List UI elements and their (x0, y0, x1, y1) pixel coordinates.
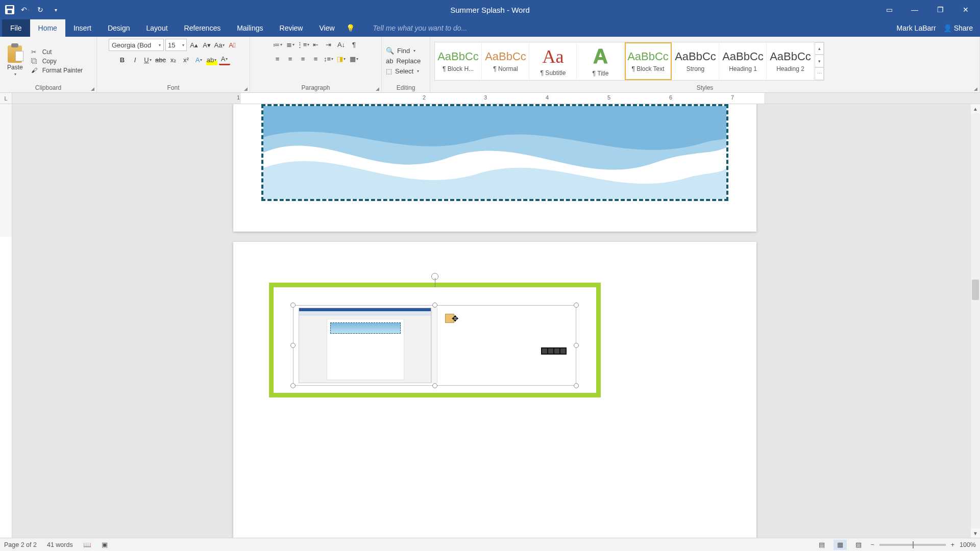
document-canvas[interactable]: ✥ ▲ ▼ ˄ (12, 104, 980, 538)
copy-button[interactable]: ⿻Copy (31, 58, 83, 65)
style-heading-1[interactable]: AaBbCcHeading 1 (720, 42, 767, 80)
undo-button[interactable]: ↶▾ (19, 4, 31, 15)
style-normal[interactable]: AaBbCc¶ Normal (482, 42, 529, 80)
style-title[interactable]: A¶ Title (577, 42, 624, 80)
decrease-indent-button[interactable]: ⇤ (310, 39, 322, 50)
ribbon-display-options[interactable]: ▭ (878, 2, 900, 18)
find-button[interactable]: 🔍Find▾ (386, 47, 421, 55)
resize-handle-nw[interactable] (290, 303, 296, 308)
scroll-up-button[interactable]: ▲ (971, 104, 980, 113)
qat-customize[interactable]: ▾ (50, 4, 61, 15)
zoom-in-button[interactable]: + (951, 541, 954, 548)
strikethrough-button[interactable]: abc (155, 54, 166, 65)
resize-handle-s[interactable] (432, 383, 437, 388)
tab-home[interactable]: Home (30, 19, 65, 37)
resize-handle-se[interactable] (574, 383, 579, 388)
style-heading-2[interactable]: AaBbCcHeading 2 (767, 42, 814, 80)
tell-me-lightbulb-icon[interactable]: 💡 (343, 19, 358, 37)
user-name[interactable]: Mark LaBarr (897, 24, 936, 32)
zoom-level[interactable]: 100% (960, 541, 976, 548)
spellcheck-icon[interactable]: 📖 (83, 541, 91, 548)
share-button[interactable]: 👤Share (943, 24, 973, 32)
align-left-button[interactable]: ≡ (272, 53, 283, 64)
bold-button[interactable]: B (117, 54, 128, 65)
resize-handle-w[interactable] (290, 343, 296, 348)
paste-button[interactable]: Paste ▾ (4, 43, 26, 79)
vertical-ruler[interactable] (0, 104, 12, 538)
select-button[interactable]: ⬚Select▾ (386, 67, 421, 75)
font-color-button[interactable]: A▾ (219, 54, 230, 65)
horizontal-ruler[interactable]: L 1 2 3 4 5 6 7 (0, 93, 980, 104)
page-indicator[interactable]: Page 2 of 2 (4, 541, 37, 548)
scroll-thumb[interactable] (972, 280, 979, 300)
font-name-select[interactable]: Georgia (Bod▾ (109, 39, 164, 51)
borders-button[interactable]: ▦▾ (349, 53, 360, 64)
italic-button[interactable]: I (130, 54, 141, 65)
style-block-heading[interactable]: AaBbCc¶ Block H... (435, 42, 482, 80)
redo-button[interactable]: ↻ (35, 4, 46, 15)
vertical-scrollbar[interactable]: ▲ ▼ (971, 104, 980, 538)
shading-button[interactable]: ◨▾ (336, 53, 347, 64)
tab-references[interactable]: References (176, 19, 229, 37)
tab-layout[interactable]: Layout (138, 19, 176, 37)
change-case-button[interactable]: Aa▾ (214, 39, 225, 51)
highlight-button[interactable]: ab▾ (206, 54, 217, 65)
read-mode-button[interactable]: ▤ (815, 540, 828, 550)
tab-review[interactable]: Review (272, 19, 311, 37)
clipboard-launcher[interactable]: ◢ (91, 86, 94, 91)
resize-handle-sw[interactable] (290, 383, 296, 388)
replace-button[interactable]: abReplace (386, 57, 421, 65)
line-spacing-button[interactable]: ↕≡▾ (323, 53, 334, 64)
resize-handle-ne[interactable] (574, 303, 579, 308)
sort-button[interactable]: A↓ (336, 39, 347, 50)
maximize-button[interactable]: ❐ (929, 2, 951, 18)
align-center-button[interactable]: ≡ (285, 53, 296, 64)
tab-mailings[interactable]: Mailings (229, 19, 271, 37)
superscript-button[interactable]: x² (181, 54, 192, 65)
styles-gallery[interactable]: AaBbCc¶ Block H... AaBbCc¶ Normal Aa¶ Su… (434, 42, 824, 81)
tab-file[interactable]: File (2, 19, 30, 37)
tab-insert[interactable]: Insert (65, 19, 100, 37)
styles-launcher[interactable]: ◢ (974, 86, 977, 91)
wave-image[interactable] (261, 104, 728, 201)
close-button[interactable]: ✕ (954, 2, 977, 18)
tab-view[interactable]: View (311, 19, 342, 37)
zoom-slider[interactable] (879, 544, 946, 546)
font-launcher[interactable]: ◢ (244, 86, 248, 91)
style-block-text[interactable]: AaBbCc¶ Block Text (625, 42, 672, 80)
tell-me-input[interactable]: Tell me what you want to do... (373, 19, 468, 37)
block-text-container[interactable]: ✥ (269, 283, 601, 397)
style-strong[interactable]: AaBbCcStrong (672, 42, 719, 80)
multilevel-list-button[interactable]: ⋮≡▾ (298, 39, 309, 50)
inserted-screenshot[interactable]: ✥ (293, 305, 576, 386)
minimize-button[interactable]: — (903, 2, 926, 18)
shrink-font-button[interactable]: A▾ (201, 39, 212, 51)
show-hide-button[interactable]: ¶ (349, 39, 360, 50)
style-subtitle[interactable]: Aa¶ Subtitle (530, 42, 577, 80)
text-effects-button[interactable]: A▾ (193, 54, 205, 65)
tab-design[interactable]: Design (100, 19, 138, 37)
clear-formatting-button[interactable]: Aͯ (227, 39, 238, 51)
justify-button[interactable]: ≡ (310, 53, 322, 64)
word-count[interactable]: 41 words (47, 541, 73, 548)
zoom-out-button[interactable]: − (870, 541, 874, 548)
align-right-button[interactable]: ≡ (298, 53, 309, 64)
grow-font-button[interactable]: A▴ (188, 39, 200, 51)
web-layout-button[interactable]: ▨ (852, 540, 865, 550)
save-button[interactable] (4, 4, 15, 15)
increase-indent-button[interactable]: ⇥ (323, 39, 334, 50)
print-layout-button[interactable]: ▦ (834, 540, 847, 550)
styles-scroll[interactable]: ▴▾⋯ (815, 42, 824, 80)
format-painter-button[interactable]: 🖌Format Painter (31, 67, 83, 74)
subscript-button[interactable]: x₂ (168, 54, 179, 65)
tab-selector[interactable]: L (0, 93, 12, 104)
paragraph-launcher[interactable]: ◢ (376, 86, 379, 91)
resize-handle-e[interactable] (574, 343, 579, 348)
macro-indicator[interactable]: ▣ (102, 541, 108, 548)
numbering-button[interactable]: ≣▾ (285, 39, 296, 50)
underline-button[interactable]: U▾ (142, 54, 154, 65)
cut-button[interactable]: ✂Cut (31, 48, 83, 56)
scroll-down-button[interactable]: ▼ (971, 529, 980, 538)
resize-handle-n[interactable] (432, 303, 437, 308)
font-size-select[interactable]: 15▾ (165, 39, 187, 51)
